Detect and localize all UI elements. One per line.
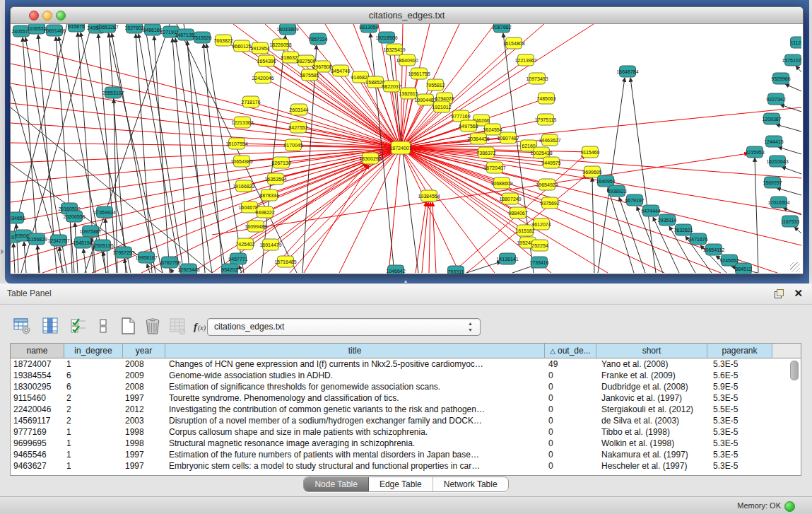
cell-short[interactable]: Hescheler et al. (1997) bbox=[596, 460, 707, 472]
network-node[interactable]: 252254 bbox=[531, 240, 548, 251]
cell-name[interactable]: 9699695 bbox=[11, 438, 64, 449]
cell-out_de[interactable]: 0 bbox=[545, 449, 596, 460]
cell-short[interactable]: Jankovic et al. (1997) bbox=[596, 392, 707, 404]
network-node[interactable]: 12342757 bbox=[47, 235, 69, 246]
cell-pagerank[interactable]: 5.3E-5 bbox=[707, 449, 772, 460]
network-node[interactable]: 1046642 bbox=[386, 265, 405, 274]
cell-title[interactable]: Disruption of a novel member of a sodium… bbox=[165, 415, 545, 426]
cell-title[interactable]: Estimation of significance thresholds fo… bbox=[165, 381, 545, 392]
cell-title[interactable]: Genome-wide association studies in ADHD. bbox=[165, 370, 545, 381]
cell-name[interactable]: 19384554 bbox=[11, 370, 64, 381]
cell-year[interactable]: 2008 bbox=[123, 381, 165, 392]
cell-name[interactable]: 22420046 bbox=[11, 404, 64, 415]
column-header-title[interactable]: title bbox=[165, 344, 545, 358]
network-node[interactable]: 9375692 bbox=[540, 197, 559, 209]
network-node[interactable]: 9449575 bbox=[541, 157, 560, 168]
network-node[interactable]: 1167533 bbox=[781, 216, 800, 227]
network-node[interactable]: 10807487 bbox=[497, 132, 519, 144]
network-node[interactable]: 17975115 bbox=[535, 114, 557, 125]
network-node[interactable]: 9457771 bbox=[228, 253, 247, 264]
network-node[interactable]: 10688609 bbox=[490, 177, 512, 189]
network-node[interactable]: 1569297 bbox=[763, 177, 782, 188]
network-node[interactable]: 7515526 bbox=[192, 32, 211, 43]
cell-short[interactable]: Tibbo et al. (1998) bbox=[596, 426, 707, 438]
network-node[interactable]: 8813054 bbox=[359, 24, 378, 33]
network-node[interactable]: 8454749 bbox=[331, 65, 350, 76]
network-node[interactable]: 18807249 bbox=[499, 193, 521, 204]
select-all-rows-icon[interactable] bbox=[69, 316, 88, 336]
table-row[interactable]: 946554611997Estimation of the future num… bbox=[11, 449, 801, 460]
cell-in_degree[interactable]: 2 bbox=[64, 415, 123, 426]
network-node[interactable]: 884512 bbox=[735, 263, 751, 274]
cell-in_degree[interactable]: 2 bbox=[64, 392, 123, 404]
cell-year[interactable]: 2003 bbox=[123, 415, 165, 426]
new-document-icon[interactable] bbox=[119, 316, 137, 336]
cell-in_degree[interactable]: 2 bbox=[64, 404, 123, 415]
table-row[interactable]: 2242004622012Investigating the contribut… bbox=[11, 404, 801, 415]
network-node[interactable]: 3624554 bbox=[483, 124, 502, 135]
network-node[interactable]: 12213363 bbox=[231, 117, 253, 128]
network-node[interactable]: 12923448 bbox=[177, 264, 199, 274]
cell-short[interactable]: Franke et al. (2009) bbox=[596, 370, 707, 381]
cell-name[interactable]: 18724007 bbox=[11, 358, 64, 370]
network-node[interactable]: 10653287 bbox=[96, 24, 118, 33]
cell-title[interactable]: Estimation of the future numbers of pati… bbox=[165, 449, 545, 460]
network-node[interactable]: 6497568 bbox=[459, 120, 478, 132]
network-node[interactable]: 1527602 bbox=[124, 24, 143, 33]
table-scrollbar-thumb[interactable] bbox=[790, 361, 799, 380]
cell-short[interactable]: Nakamura et al. (1997) bbox=[596, 449, 707, 460]
network-node[interactable]: 7955812 bbox=[425, 79, 445, 90]
cell-name[interactable]: 9463627 bbox=[11, 460, 64, 472]
cell-out_de[interactable]: 0 bbox=[545, 460, 596, 472]
cell-out_de[interactable]: 0 bbox=[545, 381, 596, 392]
tab-edge-table[interactable]: Edge Table bbox=[369, 477, 433, 491]
memory-ok-indicator[interactable] bbox=[784, 501, 795, 512]
network-node[interactable]: 7632621 bbox=[673, 224, 693, 235]
network-window-titlebar[interactable]: citations_edges.txt bbox=[11, 7, 803, 24]
cell-year[interactable]: 1997 bbox=[123, 392, 165, 404]
network-node[interactable]: 17957253 bbox=[112, 247, 134, 258]
network-node[interactable]: 2603144 bbox=[289, 104, 308, 115]
cell-pagerank[interactable]: 5.3E-5 bbox=[707, 460, 772, 472]
float-window-icon[interactable] bbox=[775, 289, 784, 298]
network-node[interactable]: 954202 bbox=[221, 264, 237, 274]
cell-pagerank[interactable]: 5.3E-5 bbox=[707, 415, 772, 426]
network-node[interactable]: 9474444 bbox=[641, 205, 660, 216]
column-header-out_de[interactable]: △out_de... bbox=[545, 344, 596, 358]
network-node[interactable]: 16033809 bbox=[276, 24, 298, 35]
network-node[interactable]: 6679197 bbox=[625, 194, 644, 206]
column-header-year[interactable]: year bbox=[123, 344, 165, 358]
network-node[interactable]: 2935114 bbox=[658, 214, 677, 226]
cell-in_degree[interactable]: 1 bbox=[64, 358, 123, 370]
network-node[interactable]: 2087682 bbox=[492, 24, 511, 33]
cell-pagerank[interactable]: 5.6E-5 bbox=[707, 370, 772, 381]
cell-title[interactable]: Tourette syndrome. Phenomenology and cla… bbox=[165, 392, 545, 404]
cell-year[interactable]: 1997 bbox=[123, 449, 165, 460]
row-height-icon[interactable] bbox=[94, 316, 112, 336]
cell-pagerank[interactable]: 5.5E-5 bbox=[707, 404, 772, 415]
tab-node-table[interactable]: Node Table bbox=[304, 477, 369, 491]
table-row[interactable]: 946362711997Embryonic stem cells: a mode… bbox=[11, 460, 801, 472]
network-node[interactable]: 1244415 bbox=[764, 136, 783, 147]
network-node[interactable]: 19654923 bbox=[536, 179, 558, 190]
table-row[interactable]: 1456911722003Disruption of a novel membe… bbox=[11, 415, 801, 426]
cell-out_de[interactable]: 0 bbox=[545, 426, 596, 438]
table-row[interactable]: 1830029562008Estimation of significance … bbox=[11, 381, 801, 392]
network-node[interactable]: 19218506 bbox=[375, 32, 397, 43]
cell-year[interactable]: 2012 bbox=[123, 404, 165, 415]
network-node[interactable]: 7386372 bbox=[476, 147, 495, 158]
network-node[interactable]: 16353594 bbox=[264, 173, 286, 185]
network-node[interactable]: 16648784 bbox=[616, 66, 638, 77]
network-node[interactable]: 9660125 bbox=[232, 40, 251, 52]
cell-name[interactable]: 9465546 bbox=[11, 449, 64, 460]
cell-name[interactable]: 18300295 bbox=[11, 381, 64, 392]
cell-name[interactable]: 9777169 bbox=[11, 426, 64, 438]
network-node[interactable]: 19384554 bbox=[418, 190, 440, 201]
resize-grip-icon[interactable] bbox=[790, 262, 800, 272]
network-node[interactable]: 8427552 bbox=[288, 122, 307, 133]
network-node[interactable]: 9884067 bbox=[508, 207, 527, 218]
network-node[interactable]: 1834659 bbox=[11, 212, 25, 223]
network-node[interactable]: 10654112 bbox=[703, 244, 725, 255]
network-node[interactable]: 18300295 bbox=[359, 153, 381, 164]
network-node[interactable]: 17359924 bbox=[93, 206, 115, 218]
